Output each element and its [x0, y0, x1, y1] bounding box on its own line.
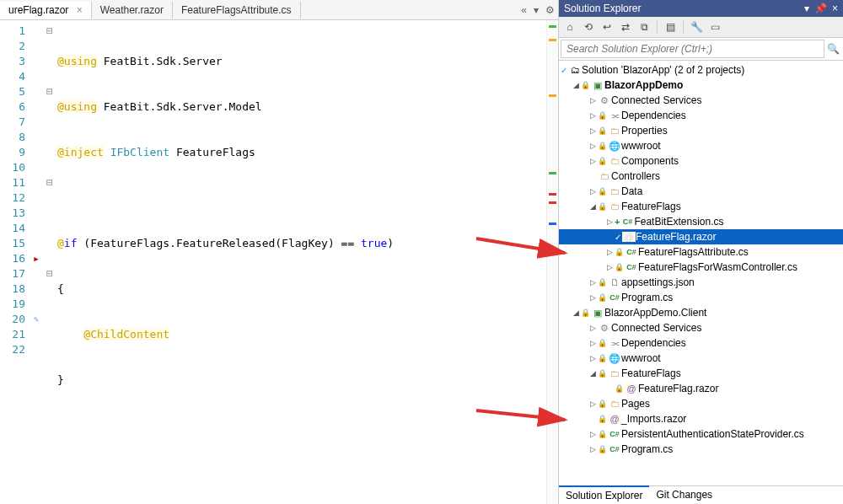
properties-icon[interactable]: ▭: [707, 19, 722, 35]
tab-label: Weather.razor: [100, 4, 164, 16]
node-label: Connected Services: [611, 94, 701, 106]
tree-item-featbitextension-cs[interactable]: ▷+C#FeatBitExtension.cs: [559, 214, 843, 229]
tree-item-program-cs[interactable]: ▷🔒C#Program.cs: [559, 442, 843, 457]
tree-item-wwwroot[interactable]: ▷🔒🌐wwwroot: [559, 351, 843, 366]
node-label: wwwroot: [621, 352, 661, 364]
node-label: Dependencies: [621, 337, 686, 349]
code-content[interactable]: @using FeatBit.Sdk.Server @using FeatBit…: [57, 20, 546, 504]
node-label: FeatureFlags: [621, 367, 681, 379]
bottom-tab-solution-explorer[interactable]: Solution Explorer: [559, 485, 649, 504]
editor-pane: ureFlag.razor × Weather.razor FeatureFla…: [0, 0, 558, 504]
tab-dropdown-icon[interactable]: ▾: [534, 4, 539, 16]
node-label: Properties: [621, 125, 668, 137]
tree-item-pages[interactable]: ▷🔒🗀Pages: [559, 396, 843, 411]
sync-icon[interactable]: ⇄: [618, 19, 633, 35]
node-label: Program.cs: [621, 292, 673, 303]
tab-featureflag-razor[interactable]: ureFlag.razor ×: [0, 2, 92, 19]
tree-item-featureflag-razor[interactable]: ✓@FeatureFlag.razor: [559, 229, 843, 244]
node-label: Connected Services: [611, 322, 701, 334]
node-label: Components: [621, 155, 679, 167]
close-icon[interactable]: ×: [832, 3, 838, 14]
back-icon[interactable]: ↩: [599, 19, 615, 35]
tree-item-featureflag-razor[interactable]: 🔒@FeatureFlag.razor: [559, 381, 843, 396]
history-icon[interactable]: ⟲: [581, 19, 596, 35]
node-label: Controllers: [611, 170, 660, 182]
project-node-blazorappdemo-client[interactable]: ◢🔒▣ BlazorAppDemo.Client: [559, 305, 843, 320]
tree-item-connected-services[interactable]: ▷⚙Connected Services: [559, 93, 843, 108]
node-label: PersistentAuthenticationStateProvider.cs: [621, 428, 804, 440]
tab-label: FeatureFlagsAttribute.cs: [181, 4, 292, 16]
node-label: FeatBitExtension.cs: [634, 216, 723, 228]
node-label: FeatureFlag.razor: [636, 231, 716, 243]
node-label: BlazorAppDemo.Client: [604, 307, 706, 319]
tree-item-dependencies[interactable]: ▷🔒⫘Dependencies: [559, 335, 843, 351]
tree-item-connected-services[interactable]: ▷⚙Connected Services: [559, 320, 843, 335]
edit-marker-icon: ✎: [30, 312, 42, 327]
node-label: Program.cs: [621, 443, 673, 455]
node-label: Pages: [621, 398, 650, 410]
editor-tabbar: ureFlag.razor × Weather.razor FeatureFla…: [0, 0, 558, 20]
panel-bottom-tabs: Solution Explorer Git Changes: [559, 485, 843, 504]
panel-title: Solution Explorer: [564, 3, 641, 14]
node-label: FeatureFlagsAttribute.cs: [638, 246, 749, 258]
tree-item-persistentauthstateprovider-cs[interactable]: ▷🔒C#PersistentAuthenticationStateProvide…: [559, 426, 843, 442]
solution-tree[interactable]: ✓🗂 Solution 'BlazorApp' (2 of 2 projects…: [559, 61, 843, 485]
tree-item-wwwroot[interactable]: ▷🔒🌐wwwroot: [559, 138, 843, 153]
tree-item-appsettings-json[interactable]: ▷🔒🗋appsettings.json: [559, 275, 843, 290]
line-number-gutter: 12345678910111213141516171819202122: [0, 20, 30, 504]
minimap-scrollbar[interactable]: [546, 20, 558, 504]
tree-item-components[interactable]: ▷🔒🗀Components: [559, 153, 843, 169]
solution-explorer-titlebar[interactable]: Solution Explorer ▾ 📌 ×: [559, 0, 843, 17]
tree-item-controllers[interactable]: 🗀Controllers: [559, 169, 843, 184]
code-editor[interactable]: 12345678910111213141516171819202122 ▶ ✎ …: [0, 20, 558, 504]
solution-explorer-toolbar: ⌂ ⟲ ↩ ⇄ ⧉ ▤ 🔧 ▭: [559, 17, 843, 38]
tree-item-properties[interactable]: ▷🔒🗀Properties: [559, 123, 843, 138]
node-label: Data: [621, 185, 642, 197]
solution-explorer-search: 🔍: [559, 38, 843, 61]
wrench-icon[interactable]: 🔧: [689, 19, 704, 35]
home-icon[interactable]: ⌂: [562, 19, 577, 35]
copy-icon[interactable]: ⧉: [636, 19, 652, 35]
pin-icon[interactable]: 📌: [814, 3, 827, 14]
fold-column[interactable]: ⊟ ⊟ ⊟ ⊟: [42, 20, 57, 504]
tab-featureflagsattribute-cs[interactable]: FeatureFlagsAttribute.cs: [173, 2, 301, 19]
node-label: _Imports.razor: [621, 413, 686, 425]
gear-icon[interactable]: ⚙: [545, 4, 555, 16]
tree-item-featureflags[interactable]: ◢🔒🗀FeatureFlags: [559, 366, 843, 381]
breakpoint-margin[interactable]: ▶ ✎: [30, 20, 42, 504]
search-icon[interactable]: 🔍: [824, 43, 841, 55]
node-label: FeatureFlagsForWasmController.cs: [638, 261, 797, 273]
tree-item-data[interactable]: ▷🔒🗀Data: [559, 184, 843, 199]
chevron-down-icon[interactable]: ▾: [804, 3, 809, 14]
solution-node[interactable]: ✓🗂 Solution 'BlazorApp' (2 of 2 projects…: [559, 62, 843, 78]
tab-weather-razor[interactable]: Weather.razor: [92, 2, 173, 19]
show-all-icon[interactable]: ▤: [663, 19, 678, 35]
node-label: wwwroot: [621, 140, 661, 152]
tab-overflow-icon[interactable]: «: [521, 4, 527, 16]
node-label: BlazorAppDemo: [604, 79, 683, 91]
project-node-blazorappdemo[interactable]: ◢🔒▣ BlazorAppDemo: [559, 78, 843, 93]
node-label: Dependencies: [621, 110, 686, 121]
tree-item-program-cs[interactable]: ▷🔒C#Program.cs: [559, 290, 843, 305]
close-icon[interactable]: ×: [77, 4, 83, 16]
node-label: FeatureFlags: [621, 201, 681, 212]
tree-item-featureflags[interactable]: ◢🔒🗀FeatureFlags: [559, 199, 843, 214]
marker-arrow-icon: ▶: [30, 251, 42, 266]
tree-item-imports-razor[interactable]: 🔒@_Imports.razor: [559, 411, 843, 426]
tree-item-dependencies[interactable]: ▷🔒⫘Dependencies: [559, 108, 843, 123]
node-label: FeatureFlag.razor: [638, 383, 718, 394]
search-input[interactable]: [561, 40, 824, 58]
node-label: appsettings.json: [621, 276, 695, 288]
tab-label: ureFlag.razor: [8, 4, 68, 16]
bottom-tab-git-changes[interactable]: Git Changes: [649, 486, 719, 504]
tree-item-featureflagsattribute-cs[interactable]: ▷🔒C#FeatureFlagsAttribute.cs: [559, 244, 843, 260]
tree-item-featureflagsforwasmcontroller-cs[interactable]: ▷🔒C#FeatureFlagsForWasmController.cs: [559, 260, 843, 275]
node-label: Solution 'BlazorApp' (2 of 2 projects): [582, 64, 744, 76]
solution-explorer-panel: Solution Explorer ▾ 📌 × ⌂ ⟲ ↩ ⇄ ⧉ ▤ 🔧 ▭ …: [558, 0, 843, 504]
